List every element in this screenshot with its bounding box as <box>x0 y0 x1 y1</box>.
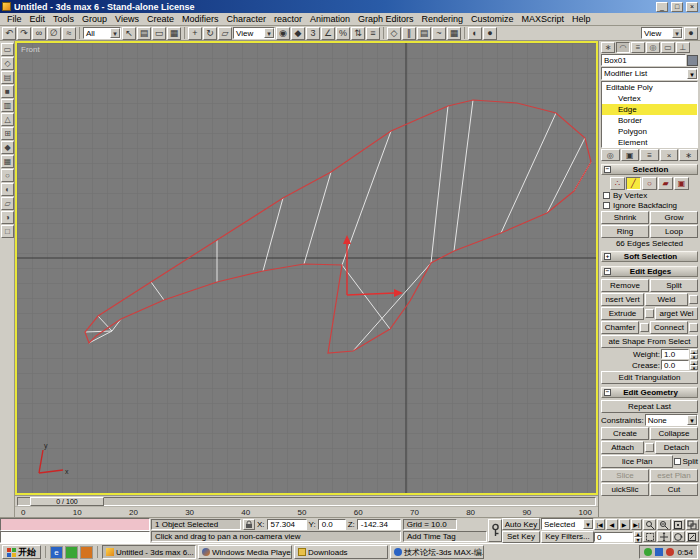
extrude-settings-button[interactable] <box>645 309 654 318</box>
left-tool-icon[interactable]: △ <box>1 113 14 126</box>
pivot-center-icon[interactable]: ◉ <box>276 27 290 40</box>
remove-modifier-icon[interactable]: × <box>660 149 679 161</box>
weld-settings-button[interactable] <box>689 295 698 304</box>
snap-spinner-icon[interactable]: ⇅ <box>351 27 365 40</box>
align-icon[interactable]: ∥ <box>402 27 416 40</box>
left-tool-icon[interactable]: ▱ <box>1 197 14 210</box>
edge-icon[interactable]: ╱ <box>626 177 641 190</box>
insert-vertex-button[interactable]: nsert Vert <box>601 293 644 306</box>
chamfer-settings-button[interactable] <box>640 323 649 332</box>
polygon-icon[interactable]: ▰ <box>658 177 673 190</box>
left-tool-icon[interactable]: ■ <box>1 85 14 98</box>
undo-icon[interactable]: ↶ <box>2 27 16 40</box>
split-button[interactable]: Split <box>650 279 698 292</box>
quick-launch-desktop-icon[interactable] <box>65 546 78 559</box>
menu-item[interactable]: File <box>3 14 26 24</box>
set-keys-button[interactable] <box>488 519 502 542</box>
render-scene-icon[interactable]: ● <box>483 27 497 40</box>
crease-field[interactable]: 0.0 <box>661 360 689 370</box>
crease-spinner[interactable]: ▴▾ <box>690 360 698 370</box>
left-tool-icon[interactable]: ◆ <box>1 141 14 154</box>
make-unique-icon[interactable]: ≡ <box>640 149 659 161</box>
attach-button[interactable]: Attach <box>601 441 644 454</box>
spinner-down-icon[interactable]: ▾ <box>634 537 642 543</box>
left-tool-icon[interactable]: ▥ <box>1 99 14 112</box>
tab-utilities-icon[interactable]: ⊥ <box>676 42 690 53</box>
left-tool-icon[interactable]: ▦ <box>1 155 14 168</box>
pin-stack-icon[interactable]: ◎ <box>601 149 620 161</box>
slice-button[interactable]: Slice <box>601 469 649 482</box>
remove-button[interactable]: Remove <box>601 279 649 292</box>
go-to-end-icon[interactable]: ▶| <box>631 519 642 530</box>
redo-icon[interactable]: ↷ <box>17 27 31 40</box>
start-button[interactable]: 开始 <box>2 545 41 559</box>
select-link-icon[interactable]: ∞ <box>32 27 46 40</box>
menu-item[interactable]: Character <box>222 14 270 24</box>
edit-triangulation-button[interactable]: Edit Triangulation <box>601 371 698 384</box>
track-bar[interactable]: 0102030405060708090100 <box>15 506 598 517</box>
quick-launch-browser-icon[interactable]: e <box>50 546 63 559</box>
left-tool-icon[interactable]: ◇ <box>1 57 14 70</box>
zoom-extents-icon[interactable] <box>672 519 685 530</box>
menu-item[interactable]: Edit <box>26 14 50 24</box>
border-icon[interactable]: ○ <box>642 177 657 190</box>
x-coordinate-field[interactable]: 57.304 <box>267 519 307 530</box>
maxscript-mini-listener[interactable] <box>0 518 150 543</box>
rollout-selection[interactable]: − Selection <box>601 164 698 175</box>
curve-editor-icon[interactable]: ~ <box>432 27 446 40</box>
viewport-front[interactable]: x y Front <box>15 41 598 495</box>
weight-spinner[interactable]: ▴▾ <box>690 349 698 359</box>
frame-spinner[interactable]: ▴▾ <box>634 531 642 543</box>
tab-modify-icon[interactable]: ◠ <box>616 42 630 53</box>
selection-filter-dropdown[interactable]: All ▾ <box>83 27 121 39</box>
select-by-name-icon[interactable]: ▤ <box>137 27 151 40</box>
quick-launch-media-icon[interactable] <box>80 546 93 559</box>
split-checkbox[interactable] <box>674 458 681 465</box>
menu-item[interactable]: Graph Editors <box>354 14 418 24</box>
chamfer-button[interactable]: Chamfer <box>601 321 639 334</box>
time-slider-button[interactable]: 0 / 100 <box>30 497 104 506</box>
spinner-down-icon[interactable]: ▾ <box>690 365 698 370</box>
taskbar-task-3dsmax[interactable]: Untitled - 3ds max 6... <box>102 545 196 559</box>
play-icon[interactable]: ▶ <box>619 519 630 530</box>
tray-icon[interactable] <box>655 548 663 556</box>
y-coordinate-field[interactable]: 0.0 <box>318 519 346 530</box>
stack-item-editable-poly[interactable]: Editable Poly <box>602 82 697 93</box>
object-name-field[interactable]: Box01 <box>601 54 686 66</box>
auto-key-button[interactable]: Auto Key <box>502 518 540 530</box>
tray-icon[interactable] <box>644 548 652 556</box>
connect-button[interactable]: Connect <box>650 321 688 334</box>
tab-hierarchy-icon[interactable]: ≡ <box>631 42 645 53</box>
collapse-button[interactable]: Collapse <box>650 427 698 440</box>
tray-icon[interactable] <box>666 548 674 556</box>
loop-button[interactable]: Loop <box>650 225 698 238</box>
ring-button[interactable]: Ring <box>601 225 649 238</box>
cut-button[interactable]: Cut <box>650 483 698 496</box>
time-slider-track[interactable]: 0 / 100 <box>17 497 596 506</box>
layers-icon[interactable]: ▤ <box>417 27 431 40</box>
quick-render-icon[interactable]: ● <box>684 27 698 40</box>
taskbar-task-media-player[interactable]: Windows Media Player <box>198 545 292 559</box>
shrink-button[interactable]: Shrink <box>601 211 649 224</box>
min-max-toggle-icon[interactable] <box>686 531 699 542</box>
window-crossing-icon[interactable]: ▦ <box>167 27 181 40</box>
material-editor-icon[interactable]: ◐ <box>468 27 482 40</box>
viewport-canvas[interactable]: x y <box>17 43 596 493</box>
by-vertex-checkbox[interactable] <box>603 192 610 199</box>
tab-create-icon[interactable]: ∗ <box>601 42 615 53</box>
move-icon[interactable]: + <box>188 27 202 40</box>
key-filters-button[interactable]: Key Filters... <box>541 531 594 543</box>
stack-item-element[interactable]: Element <box>602 137 697 148</box>
rollout-edit-edges[interactable]: − Edit Edges <box>601 266 698 277</box>
menu-item[interactable]: Create <box>143 14 178 24</box>
tab-motion-icon[interactable]: ◎ <box>646 42 660 53</box>
menu-item[interactable]: Rendering <box>418 14 468 24</box>
key-mode-dropdown[interactable]: Selected ▾ <box>541 518 594 530</box>
scale-icon[interactable]: ▱ <box>218 27 232 40</box>
add-time-tag[interactable]: Add Time Tag <box>403 531 487 542</box>
snap-percent-icon[interactable]: % <box>336 27 350 40</box>
maximize-button[interactable]: □ <box>671 2 683 12</box>
zoom-region-icon[interactable] <box>643 531 656 542</box>
stack-item-polygon[interactable]: Polygon <box>602 126 697 137</box>
rect-selection-icon[interactable]: ▭ <box>152 27 166 40</box>
